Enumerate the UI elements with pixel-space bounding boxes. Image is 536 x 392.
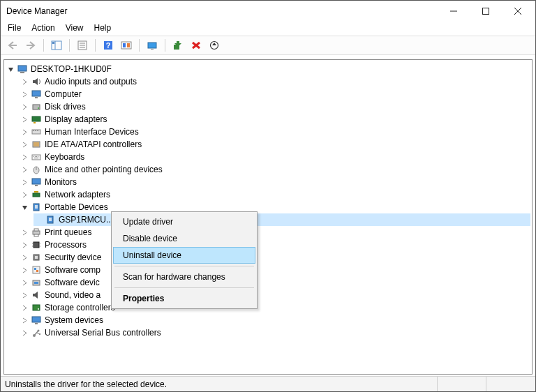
chevron-right-icon[interactable] [20,152,29,162]
tree-item-disk[interactable]: Disk drives [20,100,530,113]
context-menu: Update driver Disable device Uninstall d… [111,211,258,309]
tree-item-system[interactable]: System devices [20,314,530,326]
window-title: Device Manager [6,6,438,16]
svg-rect-70 [34,268,36,270]
monitor-icon [31,176,42,188]
printer-icon [31,227,42,238]
back-button[interactable] [5,38,20,53]
context-scan-hardware[interactable]: Scan for hardware changes [113,269,255,285]
maximize-button[interactable] [470,1,502,22]
tree-item-processors[interactable]: Processors [20,239,530,251]
context-separator [114,266,254,266]
menu-help[interactable]: Help [94,23,112,33]
chevron-right-icon[interactable] [20,290,29,300]
tree-label: Monitors [45,177,77,187]
chevron-right-icon[interactable] [20,265,29,275]
chevron-right-icon[interactable] [20,177,29,187]
status-bar: Uninstalls the driver for the selected d… [1,376,535,391]
tree-item-portable[interactable]: Portable Devices [20,201,530,213]
chevron-right-icon[interactable] [20,190,29,199]
tree-label: Audio inputs and outputs [45,77,137,86]
tree-root[interactable]: DESKTOP-1HKUD0F [6,63,530,75]
chevron-right-icon[interactable] [20,77,29,86]
status-cell [486,377,535,391]
svg-rect-33 [32,116,40,121]
tree-item-keyboards[interactable]: Keyboards [20,151,530,163]
chevron-right-icon[interactable] [20,303,29,312]
svg-marker-28 [33,78,38,85]
svg-rect-61 [34,234,38,236]
close-button[interactable] [502,1,534,22]
context-update-driver[interactable]: Update driver [113,213,255,230]
update-driver-button[interactable] [207,38,222,53]
chevron-right-icon[interactable] [20,127,29,137]
menu-action[interactable]: Action [31,23,54,33]
tree-item-portable-child[interactable]: GSP1RMCU... [34,213,530,226]
chevron-down-icon[interactable] [6,64,15,74]
tree-label: Security device [45,252,101,262]
toolbar-separator [69,39,70,52]
forward-button[interactable] [23,38,38,53]
tree-item-mice[interactable]: Mice and other pointing devices [20,163,530,176]
chevron-right-icon[interactable] [20,165,29,174]
chevron-right-icon[interactable] [20,114,29,124]
tree-item-audio[interactable]: Audio inputs and outputs [20,75,530,88]
tree-item-ide[interactable]: IDE ATA/ATAPI controllers [20,138,530,151]
add-legacy-button[interactable] [170,38,186,53]
tree-label: Print queues [45,227,91,237]
tree-item-storage[interactable]: Storage controllers [20,301,530,314]
chevron-right-icon[interactable] [20,252,29,262]
chevron-right-icon[interactable] [20,102,29,112]
chevron-right-icon[interactable] [20,140,29,149]
context-separator [114,287,254,288]
context-properties[interactable]: Properties [113,290,255,307]
tree-item-hid[interactable]: Human Interface Devices [20,126,530,138]
context-uninstall-device[interactable]: Uninstall device [113,247,255,264]
svg-rect-53 [33,193,40,197]
chevron-right-icon[interactable] [20,240,29,250]
tree-item-swcomp[interactable]: Software comp [20,264,530,276]
svg-rect-30 [35,97,38,98]
svg-rect-60 [34,229,38,231]
device-tree[interactable]: DESKTOP-1HKUD0F Audio inputs and outputs… [3,59,533,375]
chevron-right-icon[interactable] [20,278,29,287]
chevron-down-icon[interactable] [20,202,29,212]
tree-item-sound[interactable]: Sound, video a [20,289,530,301]
menu-view[interactable]: View [66,23,84,33]
svg-rect-58 [49,218,52,221]
tree-label: Software comp [45,265,100,275]
chevron-right-icon[interactable] [20,315,29,325]
minimize-button[interactable] [438,1,470,22]
tree-label: IDE ATA/ATAPI controllers [45,140,142,149]
properties-button[interactable] [75,38,90,53]
svg-rect-73 [34,282,38,284]
uninstall-button[interactable] [188,38,204,53]
svg-point-76 [38,308,39,310]
help-button[interactable]: ? [100,38,116,53]
tree-item-swdev[interactable]: Software devic [20,276,530,289]
tree-item-display[interactable]: Display adapters [20,113,530,126]
tree-item-monitors[interactable]: Monitors [20,176,530,188]
context-disable-device[interactable]: Disable device [113,230,255,247]
tree-item-usb[interactable]: Universal Serial Bus controllers [20,326,530,339]
tree-item-computer[interactable]: Computer [20,88,530,100]
show-hide-tree-button[interactable] [49,38,64,53]
tree-item-printq[interactable]: Print queues [20,226,530,239]
storage-icon [31,302,42,313]
action-button[interactable] [119,38,134,53]
svg-rect-37 [35,130,36,131]
chevron-right-icon[interactable] [20,328,29,338]
tree-item-security[interactable]: Security device [20,251,530,264]
tree-item-network[interactable]: Network adapters [20,188,530,201]
svg-rect-54 [34,191,38,193]
svg-rect-71 [36,270,38,272]
hid-icon [31,126,42,137]
tree-label: Human Interface Devices [45,127,139,137]
svg-rect-35 [32,130,40,134]
chevron-right-icon[interactable] [20,227,29,237]
status-text: Uninstalls the driver for the selected d… [1,377,438,391]
svg-rect-17 [127,43,130,47]
menu-file[interactable]: File [8,23,21,33]
scan-hardware-button[interactable] [144,38,160,53]
chevron-right-icon[interactable] [20,89,29,99]
